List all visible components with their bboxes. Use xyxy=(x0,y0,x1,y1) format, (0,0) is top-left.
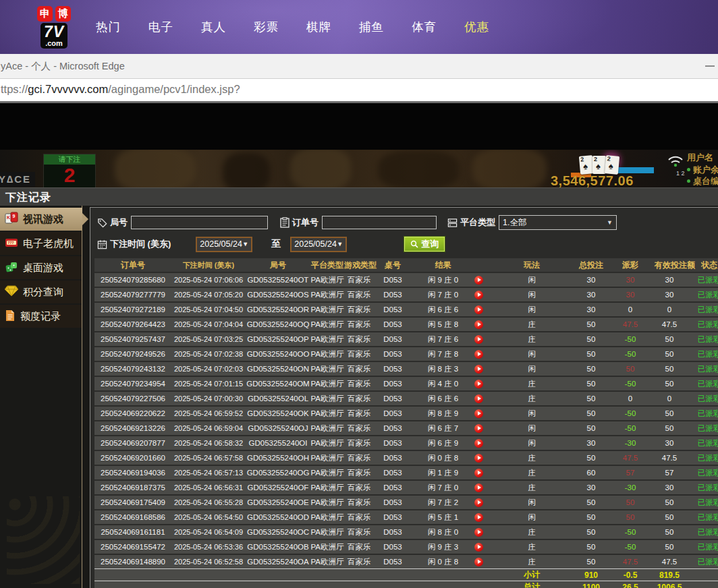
cell-order: 250524079277779 xyxy=(94,291,171,299)
cell-table: D053 xyxy=(374,409,412,417)
bet-prompt-box: 请下注 2 xyxy=(43,154,96,187)
grand-total-row-valid: 1006.5 xyxy=(655,583,684,588)
cell-order: 250524079272189 xyxy=(94,305,171,314)
jackpot-amount: 3,546,577.06 xyxy=(551,173,634,187)
nav-item-7[interactable]: 体育 xyxy=(412,19,437,35)
video-replay-icon[interactable] xyxy=(474,528,483,537)
cell-valid: 50 xyxy=(655,498,684,506)
cell-order: 250524069187375 xyxy=(94,483,171,492)
cell-order: 250524069148890 xyxy=(94,558,171,566)
cell-status: 已派彩 xyxy=(684,394,718,404)
video-replay-icon[interactable] xyxy=(474,409,483,418)
cell-result: 闲 6 庄 6 xyxy=(412,394,487,404)
video-replay-icon[interactable] xyxy=(474,380,483,388)
account-info-panel: 用户名账户余桌台编 xyxy=(687,152,718,187)
cell-platform: PA欧洲厅 xyxy=(310,320,344,330)
nav-item-3[interactable]: 真人 xyxy=(201,19,226,35)
cell-valid: 50 xyxy=(655,335,684,343)
cell-round: GD053255240OH xyxy=(246,454,310,462)
cell-valid: 0 xyxy=(655,305,684,314)
cell-table: D053 xyxy=(374,365,412,373)
cell-order: 250524079234954 xyxy=(94,380,171,388)
sidebar-item-3[interactable]: 桌面游戏 xyxy=(0,256,82,279)
cell-platform: PA欧洲厅 xyxy=(310,290,344,300)
nav-item-2[interactable]: 电子 xyxy=(148,19,173,35)
cell-status: 已派彩 xyxy=(684,438,718,448)
cell-time: 2025-05-24 07:06:06 xyxy=(171,276,246,284)
nav-item-1[interactable]: 热门 xyxy=(96,19,121,35)
video-replay-icon[interactable] xyxy=(474,469,483,477)
date-from-picker[interactable]: 2025/05/24 ▼ xyxy=(196,237,252,252)
cell-status: 已派彩 xyxy=(684,498,718,508)
chevron-down-icon: ▼ xyxy=(607,219,613,226)
video-replay-icon[interactable] xyxy=(474,558,483,566)
minimize-icon[interactable] xyxy=(705,65,715,67)
cell-round: GD053255240OC xyxy=(246,528,310,536)
cell-play: 闲 xyxy=(487,423,576,434)
cell-payout: -30 xyxy=(606,439,655,447)
cell-play: 庄 xyxy=(487,527,576,537)
cell-valid: 47.5 xyxy=(655,320,684,328)
wifi-icon xyxy=(667,154,684,168)
cell-platform: PA欧洲厅 xyxy=(310,349,344,359)
cell-time: 2025-05-24 06:52:58 xyxy=(171,558,246,566)
nav-item-5[interactable]: 棋牌 xyxy=(306,19,331,35)
col-header-total: 总投注 xyxy=(576,260,606,271)
video-replay-icon[interactable] xyxy=(474,291,483,299)
cell-platform: PA欧洲厅 xyxy=(310,438,344,448)
video-replay-icon[interactable] xyxy=(474,454,483,463)
spade-icon: ♠ xyxy=(596,162,601,171)
date-to-picker[interactable]: 2025/05/24 ▼ xyxy=(290,237,347,252)
video-letterbox xyxy=(0,103,718,150)
cell-table: D053 xyxy=(374,291,412,299)
nav-item-4[interactable]: 彩票 xyxy=(254,19,279,35)
video-replay-icon[interactable] xyxy=(474,439,483,448)
video-replay-icon[interactable] xyxy=(474,394,483,403)
cell-time: 2025-05-24 06:59:04 xyxy=(171,424,246,432)
subtotal-row-total: 910 xyxy=(576,570,606,580)
nav-item-8[interactable]: 优惠 xyxy=(464,19,489,35)
col-header-table: 桌号 xyxy=(374,260,412,271)
video-replay-icon[interactable] xyxy=(474,513,483,522)
video-replay-icon[interactable] xyxy=(474,320,483,329)
nav-item-6[interactable]: 捕鱼 xyxy=(359,19,384,35)
video-replay-icon[interactable] xyxy=(474,335,483,344)
dimmed-lobby-decoration xyxy=(7,496,80,584)
video-replay-icon[interactable] xyxy=(474,350,483,359)
video-replay-icon[interactable] xyxy=(474,498,483,507)
cell-order: 250524069207877 xyxy=(94,439,171,447)
cell-game: 百家乐 xyxy=(344,349,374,359)
video-replay-icon[interactable] xyxy=(474,305,483,314)
cell-table: D053 xyxy=(374,558,412,566)
cell-game: 百家乐 xyxy=(344,379,374,389)
query-button[interactable]: 查询 xyxy=(404,237,445,252)
site-logo[interactable]: 申 博 7V .com xyxy=(32,6,76,49)
cell-platform: PA欧洲厅 xyxy=(310,409,344,419)
cell-payout: 50 xyxy=(606,513,655,521)
address-bar[interactable]: ttps://gci.7vvvvvv.com/agingame/pcv1/ind… xyxy=(0,79,718,103)
cell-game: 百家乐 xyxy=(344,334,374,345)
video-replay-icon[interactable] xyxy=(474,543,483,552)
cell-valid: 47.5 xyxy=(655,454,684,462)
sidebar-item-1[interactable]: K9视讯游戏 xyxy=(0,208,82,231)
cell-time: 2025-05-24 06:59:52 xyxy=(171,409,246,417)
platform-type-select[interactable]: 1.全部 ▼ xyxy=(499,215,617,230)
cell-payout: 47.5 xyxy=(606,558,655,566)
sidebar-item-4[interactable]: 积分查询 xyxy=(0,281,82,303)
video-replay-icon[interactable] xyxy=(474,424,483,433)
cell-total: 50 xyxy=(576,424,606,432)
cell-payout: -50 xyxy=(606,528,655,536)
page-url: ttps://gci.7vvvvvv.com/agingame/pcv1/ind… xyxy=(1,83,240,96)
video-replay-icon[interactable] xyxy=(474,483,483,492)
order-no-input[interactable] xyxy=(322,216,437,229)
cell-total: 50 xyxy=(576,320,606,328)
cell-status: 已派彩 xyxy=(684,512,718,523)
sidebar-item-5[interactable]: 额度记录 xyxy=(0,305,82,328)
table-games-icon xyxy=(5,261,18,275)
sidebar-item-2[interactable]: 777电子老虎机 xyxy=(0,232,82,255)
video-replay-icon[interactable] xyxy=(474,276,483,285)
cell-table: D053 xyxy=(374,276,412,284)
round-no-input[interactable] xyxy=(131,216,268,229)
video-replay-icon[interactable] xyxy=(474,365,483,374)
cell-order: 250524069213226 xyxy=(94,424,171,432)
